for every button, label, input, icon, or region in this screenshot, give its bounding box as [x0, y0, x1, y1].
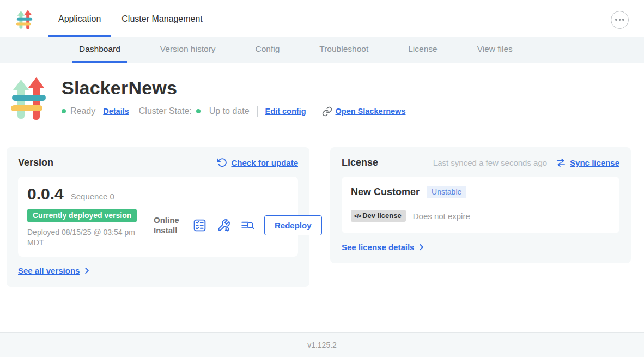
license-type-badge: </> Dev license	[351, 210, 406, 222]
subnav-item-dashboard[interactable]: Dashboard	[72, 37, 127, 63]
chevron-right-icon	[83, 267, 91, 275]
license-card: License Last synced a few seconds ago Sy…	[330, 147, 631, 263]
see-license-details-link[interactable]: See license details	[342, 243, 414, 252]
version-card-title: Version	[18, 157, 53, 168]
subnav-item-view-files[interactable]: View files	[471, 37, 519, 63]
page-title: SlackerNews	[62, 77, 405, 99]
slackernews-logo-icon	[16, 9, 33, 30]
cluster-state-dot	[196, 109, 201, 113]
customer-name: New Customer	[351, 186, 420, 198]
last-synced-text: Last synced a few seconds ago	[433, 158, 547, 167]
subnav-item-license[interactable]: License	[402, 37, 443, 63]
sync-license-link[interactable]: Sync license	[570, 158, 619, 167]
app-icon	[11, 76, 47, 123]
details-link[interactable]: Details	[103, 107, 129, 116]
app-logo-link[interactable]	[16, 2, 33, 37]
cluster-state-label: Cluster State:	[139, 106, 192, 116]
see-all-versions-link[interactable]: See all versions	[18, 266, 80, 275]
app-header-section: SlackerNews Ready Details Cluster State:…	[0, 63, 644, 123]
redeploy-button[interactable]: Redeploy	[264, 215, 322, 235]
install-type-label: Online Install	[154, 215, 183, 236]
deployed-badge: Currently deployed version	[27, 209, 137, 222]
code-icon: </>	[354, 213, 361, 219]
top-tabs: Application Cluster Management	[48, 2, 213, 37]
chevron-right-icon	[417, 243, 426, 251]
wrench-config-icon[interactable]	[216, 218, 231, 233]
dashboard-main: SlackerNews Ready Details Cluster State:…	[0, 63, 644, 332]
app-subnav: Dashboard Version history Config Trouble…	[0, 37, 644, 63]
deployed-timestamp: Deployed 08/15/25 @ 03:54 pm MDT	[27, 227, 146, 248]
subnav-item-config[interactable]: Config	[249, 37, 287, 63]
license-expiry-text: Does not expire	[413, 211, 470, 221]
preflight-checks-icon[interactable]	[192, 218, 207, 233]
edit-config-link[interactable]: Edit config	[265, 107, 306, 116]
console-footer: v1.125.2	[0, 332, 644, 357]
more-menu-button[interactable]	[611, 11, 629, 29]
divider	[314, 106, 314, 117]
license-card-title: License	[342, 157, 378, 168]
view-logs-icon[interactable]	[240, 218, 255, 233]
channel-badge: Unstable	[427, 186, 466, 198]
top-navbar: Application Cluster Management	[0, 2, 644, 37]
license-type-text: Dev license	[362, 211, 402, 220]
tab-application[interactable]: Application	[48, 2, 111, 37]
check-for-update-link[interactable]: Check for update	[231, 158, 298, 167]
console-version: v1.125.2	[307, 341, 337, 349]
version-number: 0.0.4	[27, 185, 64, 203]
dashboard-cards: Version Check for update 0.0.4 Sequence …	[0, 123, 644, 287]
version-card: Version Check for update 0.0.4 Sequence …	[7, 147, 309, 287]
subnav-item-troubleshoot[interactable]: Troubleshoot	[313, 37, 375, 63]
license-panel: New Customer Unstable </> Dev license Do…	[342, 177, 619, 233]
app-status-dot	[62, 109, 66, 113]
ellipsis-icon	[615, 19, 617, 21]
tab-cluster-management[interactable]: Cluster Management	[111, 2, 213, 37]
refresh-icon	[217, 158, 227, 168]
chain-link-icon	[322, 106, 332, 117]
version-sequence: Sequence 0	[71, 192, 114, 201]
subnav-item-version-history[interactable]: Version history	[154, 37, 222, 63]
open-slackernews-link[interactable]: Open Slackernews	[336, 107, 406, 116]
app-status-text: Ready	[70, 106, 95, 116]
divider	[257, 106, 258, 117]
app-status-row: Ready Details Cluster State: Up to date …	[62, 106, 405, 117]
current-version-panel: 0.0.4 Sequence 0 Currently deployed vers…	[18, 177, 298, 257]
cluster-state-text: Up to date	[209, 106, 250, 116]
sync-arrows-icon	[556, 158, 566, 168]
